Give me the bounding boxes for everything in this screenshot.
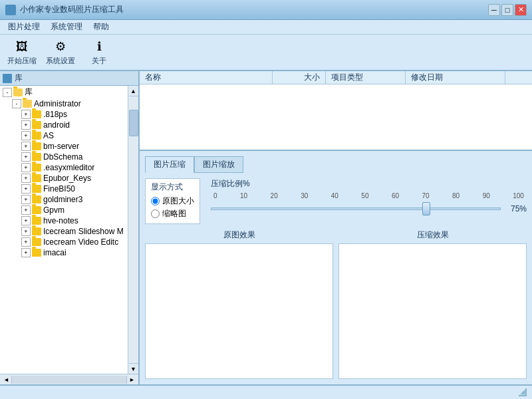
slider-mark-70: 70 [422,192,429,200]
expand-imacai[interactable]: + [21,248,31,257]
slider-mark-100: 100 [513,192,524,200]
slider-mark-0: 0 [213,192,217,200]
tree-node-epubor[interactable]: + Epubor_Keys [0,173,128,184]
folder-icon-gpvm [32,206,41,214]
tree-node-icecream-video[interactable]: + Icecream Video Editc [0,237,128,247]
expand-dbschema[interactable]: + [21,152,31,162]
display-mode-label: 显示方式 [151,182,194,193]
col-date-header: 修改日期 [406,71,505,84]
minimize-button[interactable]: ─ [488,4,500,16]
expand-as[interactable]: + [21,131,31,140]
tree-node-android[interactable]: + android [0,120,128,130]
tree-node-imacai[interactable]: + imacai [0,247,128,258]
maximize-button[interactable]: □ [501,4,513,16]
compressed-preview-box: 压缩效果 [338,229,527,379]
folder-icon-epubor [32,174,41,182]
folder-icon-dbschema [32,153,41,161]
expand-goldminer[interactable]: + [21,195,31,204]
folder-icon-finebi [32,185,41,193]
slider-numbers: 0 10 20 30 40 50 60 70 80 90 100 [211,192,527,200]
tree-header-label: 库 [15,72,23,84]
settings-button[interactable]: ⚙ 系统设置 [44,37,77,68]
close-button[interactable]: ✕ [515,4,527,16]
title-bar: 小作家专业数码照片压缩工具 ─ □ ✕ [0,0,532,20]
expand-bm-server[interactable]: + [21,142,31,151]
menu-bar: 图片处理 系统管理 帮助 [0,20,532,35]
expand-818ps[interactable]: + [21,110,31,119]
radio-original-input[interactable] [151,197,160,205]
expand-finebi[interactable]: + [21,184,31,194]
right-panel: 名称 大小 项目类型 修改日期 图片压缩 图片缩放 显示方式 [140,71,532,384]
main-area: 库 - 库 - Administrator + [0,71,532,384]
node-label-administrator: Administrator [34,99,81,108]
tab-compress[interactable]: 图片压缩 [145,156,194,173]
node-label-imacai: imacai [43,248,66,257]
folder-icon-android [32,121,41,129]
slider-mark-60: 60 [392,192,399,200]
slider-track [211,207,501,210]
tab-resize[interactable]: 图片缩放 [194,156,243,173]
slider-label: 压缩比例% [211,178,527,190]
tree-node-finebi[interactable]: + FineBI50 [0,184,128,194]
scroll-up-btn[interactable]: ▲ [129,86,138,96]
slider-mark-20: 20 [271,192,278,200]
settings-label: 系统设置 [46,56,75,66]
slider-thumb[interactable] [422,202,430,215]
folder-icon-administrator [23,100,32,108]
tree-node-hve[interactable]: + hve-notes [0,215,128,226]
node-label-gpvm: Gpvm [43,205,65,215]
expand-android[interactable]: + [21,120,31,130]
compressed-preview-label: 压缩效果 [338,229,527,241]
tree-node-gpvm[interactable]: + Gpvm [0,205,128,215]
radio-thumbnail-input[interactable] [151,209,160,218]
resize-handle[interactable]: ◢ [519,388,527,396]
tree-node-dbschema[interactable]: + DbSchema [0,152,128,162]
expand-root[interactable]: - [3,88,12,97]
scroll-thumb[interactable] [129,110,138,136]
tree-scroll-container[interactable]: - 库 - Administrator + .818ps + [0,86,128,374]
radio-thumbnail-label: 缩略图 [162,208,186,219]
tree-node-root[interactable]: - 库 [0,86,128,98]
col-name-header: 名称 [140,71,273,84]
node-label-as: AS [43,131,54,140]
expand-icecream-video[interactable]: + [21,237,31,247]
folder-icon-as [32,132,41,140]
scroll-right-btn[interactable]: ► [126,376,137,384]
scroll-left-btn[interactable]: ◄ [1,376,12,384]
tree-node-icecream-slideshow[interactable]: + Icecream Slideshow M [0,226,128,237]
start-compress-button[interactable]: 🖼 开始压缩 [5,37,39,68]
settings-icon: ⚙ [51,39,70,55]
scroll-down-btn[interactable]: ▼ [129,363,138,374]
folder-icon-root [13,88,23,96]
tree-node-easyxml[interactable]: + .easyxmleditor [0,162,128,173]
tree-node-as[interactable]: + AS [0,130,128,141]
tree-scrollbar-v[interactable]: ▲ ▼ [128,86,138,374]
slider-mark-50: 50 [361,192,368,200]
tree-scrollbar-h[interactable]: ◄ ► [0,374,138,384]
slider-wrapper[interactable] [211,202,501,215]
preview-row: 原图效果 压缩效果 [145,229,527,379]
radio-thumbnail: 缩略图 [151,208,194,219]
node-label-goldminer: goldminer3 [43,195,82,204]
expand-gpvm[interactable]: + [21,205,31,215]
slider-mark-10: 10 [240,192,247,200]
expand-hve[interactable]: + [21,216,31,225]
expand-administrator[interactable]: - [12,99,21,108]
expand-easyxml[interactable]: + [21,163,31,172]
file-list-header: 名称 大小 项目类型 修改日期 [140,71,532,84]
node-label-bm-server: bm-server [43,142,79,151]
title-bar-left: 小作家专业数码照片压缩工具 [5,4,124,15]
menu-help[interactable]: 帮助 [88,20,114,34]
menu-system-management[interactable]: 系统管理 [45,20,88,34]
node-label-root: 库 [25,86,33,98]
menu-image-processing[interactable]: 图片处理 [3,20,45,34]
expand-icecream-slideshow[interactable]: + [21,227,31,236]
resize-icon: ◢ [520,388,525,395]
tree-node-818ps[interactable]: + .818ps [0,109,128,120]
about-button[interactable]: ℹ 关于 [82,37,116,68]
tree-node-administrator[interactable]: - Administrator [0,98,128,109]
tree-node-goldminer[interactable]: + goldminer3 [0,194,128,205]
node-label-icecream-video: Icecream Video Editc [43,237,118,247]
tree-node-bm-server[interactable]: + bm-server [0,141,128,152]
expand-epubor[interactable]: + [21,174,31,183]
